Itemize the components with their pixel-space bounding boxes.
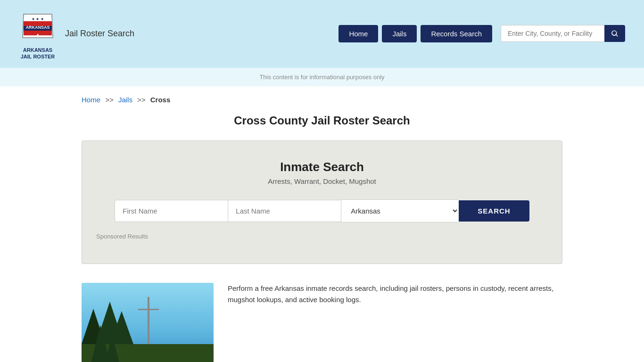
svg-text:★: ★ bbox=[36, 33, 39, 36]
breadcrumb-current: Cross bbox=[150, 96, 171, 104]
info-bar-text: This content is for informational purpos… bbox=[259, 74, 384, 81]
main-content: Home >> Jails >> Cross Cross County Jail… bbox=[63, 86, 581, 362]
search-form: AlabamaAlaskaArizonaArkansasCaliforniaCo… bbox=[96, 199, 548, 222]
first-name-input[interactable] bbox=[115, 200, 228, 222]
bottom-description: Perform a free Arkansas inmate records s… bbox=[228, 283, 562, 305]
breadcrumb-separator-1: >> bbox=[105, 96, 114, 104]
svg-text:★ ★ ★: ★ ★ ★ bbox=[32, 17, 43, 21]
info-bar: This content is for informational purpos… bbox=[0, 67, 644, 86]
svg-rect-14 bbox=[138, 309, 159, 310]
breadcrumb-home-link[interactable]: Home bbox=[82, 96, 100, 104]
header-search-button[interactable] bbox=[604, 25, 625, 42]
bottom-image bbox=[82, 283, 214, 362]
sponsored-label: Sponsored Results bbox=[96, 233, 548, 240]
search-box-subtitle: Arrests, Warrant, Docket, Mugshot bbox=[96, 177, 548, 185]
logo-text: ARKANSAS JAIL ROSTER bbox=[21, 47, 55, 60]
page-heading: Cross County Jail Roster Search bbox=[82, 114, 562, 127]
breadcrumb: Home >> Jails >> Cross bbox=[82, 96, 562, 104]
site-header: ★ ★ ★ ARKANSAS ★ ARKANSAS JAIL ROSTER Ja… bbox=[0, 0, 644, 67]
search-icon bbox=[611, 29, 619, 38]
bottom-section: Perform a free Arkansas inmate records s… bbox=[82, 283, 562, 362]
logo-container: ★ ★ ★ ARKANSAS ★ ARKANSAS JAIL ROSTER bbox=[19, 7, 57, 60]
header-search-input[interactable] bbox=[501, 25, 604, 42]
svg-rect-13 bbox=[148, 297, 149, 344]
search-submit-button[interactable]: SEARCH bbox=[459, 200, 529, 222]
nav-area: Home Jails Records Search bbox=[339, 25, 625, 42]
records-search-nav-button[interactable]: Records Search bbox=[421, 25, 492, 42]
state-select[interactable]: AlabamaAlaskaArizonaArkansasCaliforniaCo… bbox=[341, 199, 459, 222]
breadcrumb-jails-link[interactable]: Jails bbox=[118, 96, 132, 104]
arkansas-logo: ★ ★ ★ ARKANSAS ★ bbox=[19, 7, 57, 45]
home-nav-button[interactable]: Home bbox=[339, 25, 378, 42]
search-box-title: Inmate Search bbox=[96, 160, 548, 174]
bottom-image-svg bbox=[82, 283, 214, 362]
header-search-bar bbox=[501, 25, 625, 42]
last-name-input[interactable] bbox=[228, 200, 341, 222]
breadcrumb-separator-2: >> bbox=[137, 96, 146, 104]
inmate-search-box: Inmate Search Arrests, Warrant, Docket, … bbox=[82, 140, 562, 264]
svg-text:ARKANSAS: ARKANSAS bbox=[25, 25, 50, 30]
logo-area: ★ ★ ★ ARKANSAS ★ ARKANSAS JAIL ROSTER Ja… bbox=[19, 7, 134, 60]
jails-nav-button[interactable]: Jails bbox=[382, 25, 417, 42]
svg-rect-9 bbox=[82, 344, 214, 362]
site-title: Jail Roster Search bbox=[65, 29, 134, 39]
